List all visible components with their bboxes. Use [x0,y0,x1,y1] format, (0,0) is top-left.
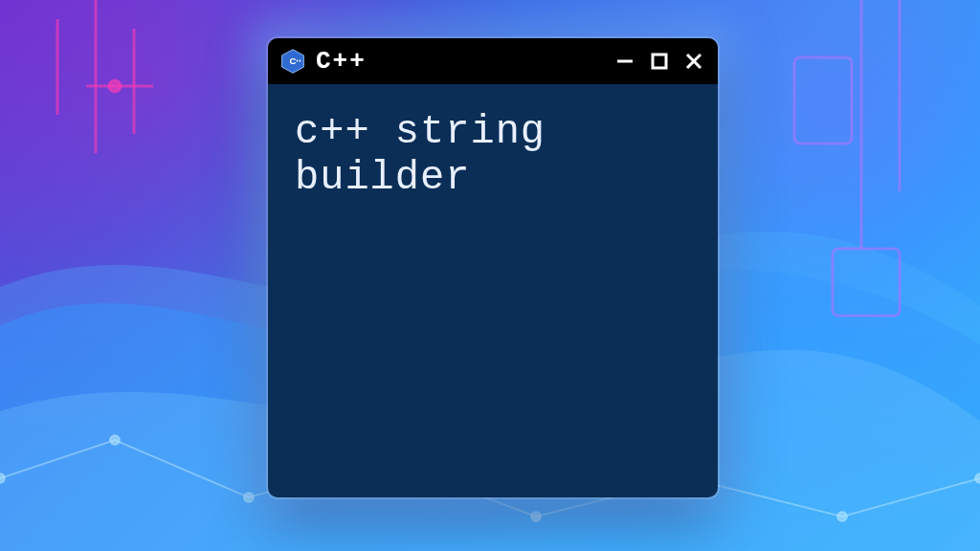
cpp-logo-icon: C ++ [279,48,306,75]
editor-window: C ++ C++ c++ string builder [268,38,718,497]
svg-point-11 [109,80,121,92]
svg-text:++: ++ [296,58,301,63]
svg-point-2 [244,493,254,502]
svg-point-7 [975,474,980,483]
maximize-button[interactable] [647,49,672,74]
svg-point-0 [0,474,5,483]
svg-rect-14 [833,249,900,316]
svg-rect-13 [794,57,852,143]
window-title: C++ [316,47,367,76]
close-button[interactable] [681,49,706,74]
editor-content[interactable]: c++ string builder [268,84,718,227]
svg-rect-21 [653,55,666,68]
minimize-button[interactable] [612,49,637,74]
window-controls [612,49,706,74]
svg-text:C: C [290,55,297,66]
svg-point-1 [110,435,120,445]
svg-point-6 [837,512,847,521]
svg-point-4 [531,512,541,521]
titlebar: C ++ C++ [268,38,718,84]
